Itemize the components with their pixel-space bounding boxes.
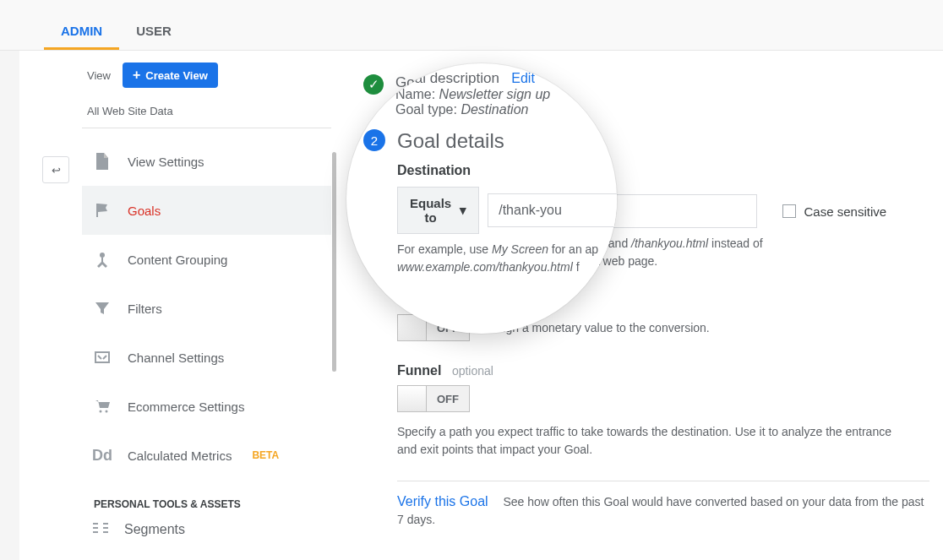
nav-label: Filters xyxy=(128,302,162,316)
funnel-icon xyxy=(92,300,112,317)
funnel-description: Specify a path you expect traffic to tak… xyxy=(397,423,904,459)
file-icon xyxy=(92,153,112,170)
tab-user[interactable]: USER xyxy=(119,8,188,50)
nav-label: Ecommerce Settings xyxy=(128,400,244,414)
nav-label: Calculated Metrics xyxy=(128,449,232,463)
nav-label: Content Grouping xyxy=(128,253,227,267)
dd-icon: Dd xyxy=(92,447,112,465)
verify-goal-link[interactable]: Verify this Goal xyxy=(397,494,488,508)
svg-point-2 xyxy=(100,410,102,413)
magnifier-lens: ✓ Goal description Edit Name: Newsletter… xyxy=(346,63,617,334)
nav-label: Goals xyxy=(128,204,161,218)
view-label: View xyxy=(87,69,111,82)
divider xyxy=(397,481,929,481)
nav-calculated-metrics[interactable]: Dd Calculated Metrics BETA xyxy=(82,431,331,480)
optional-tag: optional xyxy=(452,364,493,378)
nav-content-grouping[interactable]: Content Grouping xyxy=(82,235,331,284)
section-header: PERSONAL TOOLS & ASSETS xyxy=(82,480,331,515)
back-arrow-icon: ↩ xyxy=(52,164,61,177)
scrollbar[interactable] xyxy=(332,152,336,372)
nav-segments[interactable]: Segments xyxy=(82,515,331,544)
cart-icon xyxy=(92,398,112,415)
checkmark-icon: ✓ xyxy=(363,74,384,95)
funnel-block: Funnel optional OFF Specify a path you e… xyxy=(397,363,929,459)
svg-point-0 xyxy=(100,253,105,258)
funnel-label: Funnel xyxy=(397,363,441,378)
funnel-toggle[interactable]: OFF xyxy=(397,385,470,412)
match-type-dropdown[interactable]: Equals to▾ xyxy=(397,187,479,234)
toggle-off-label: OFF xyxy=(427,386,469,411)
toggle-handle xyxy=(398,386,427,411)
nav-view-settings[interactable]: View Settings xyxy=(82,137,331,186)
nav-label: Segments xyxy=(124,522,185,537)
case-sensitive-option[interactable]: Case sensitive xyxy=(782,204,887,219)
beta-badge: BETA xyxy=(252,449,279,461)
segments-icon xyxy=(92,522,109,537)
channel-icon xyxy=(92,349,112,366)
nav-channel-settings[interactable]: Channel Settings xyxy=(82,333,331,382)
grouping-icon xyxy=(92,251,112,268)
view-sidebar: View + Create View All Web Site Data Vie… xyxy=(82,51,331,544)
nav-label: View Settings xyxy=(128,155,204,169)
nav-filters[interactable]: Filters xyxy=(82,284,331,333)
caret-down-icon: ▾ xyxy=(460,203,466,218)
top-tabs: ADMIN USER xyxy=(0,0,943,51)
plus-icon: + xyxy=(133,68,140,83)
create-view-label: Create View xyxy=(145,69,207,82)
step-2-badge: 2 xyxy=(363,129,385,151)
nav-goals[interactable]: Goals xyxy=(82,186,331,235)
back-button[interactable]: ↩ xyxy=(42,156,69,183)
flag-icon xyxy=(92,202,112,219)
verify-row: Verify this Goal See how often this Goal… xyxy=(397,493,929,529)
destination-input[interactable] xyxy=(488,193,617,227)
nav-label: Channel Settings xyxy=(128,351,224,365)
tab-admin[interactable]: ADMIN xyxy=(44,8,119,50)
svg-point-3 xyxy=(106,410,108,413)
case-sensitive-label: Case sensitive xyxy=(804,204,887,219)
nav-list: View Settings Goals Content Grouping Fil… xyxy=(82,137,331,480)
checkbox-icon[interactable] xyxy=(782,204,796,218)
nav-ecommerce-settings[interactable]: Ecommerce Settings xyxy=(82,382,331,431)
svg-rect-1 xyxy=(95,352,109,362)
create-view-button[interactable]: + Create View xyxy=(123,63,218,88)
current-view-name[interactable]: All Web Site Data xyxy=(82,96,331,128)
